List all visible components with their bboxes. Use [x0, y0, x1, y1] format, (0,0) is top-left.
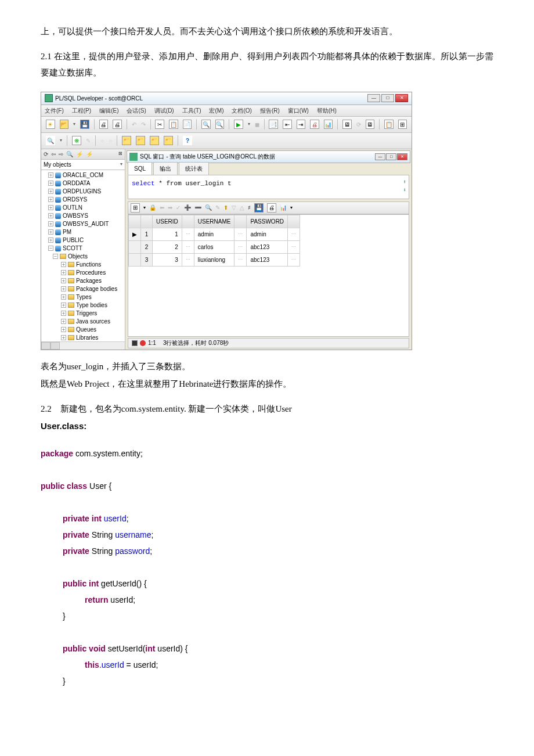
- tb-icon[interactable]: ○: [109, 135, 112, 146]
- tb-icon[interactable]: 🖨: [310, 120, 319, 129]
- tree-folder[interactable]: +Package bodies: [41, 285, 125, 293]
- tb-help-icon[interactable]: ?: [183, 136, 192, 145]
- tb-icon[interactable]: ❋: [72, 136, 81, 145]
- object-filter-dropdown[interactable]: My objects: [41, 160, 125, 170]
- tab-sql[interactable]: SQL: [128, 162, 152, 175]
- nav-icon[interactable]: ⇨: [59, 149, 63, 160]
- tb-undo-icon[interactable]: ↶: [132, 119, 136, 130]
- tree-user[interactable]: +OWBSYS: [41, 212, 125, 220]
- child-maximize-button[interactable]: □: [386, 153, 396, 160]
- add-icon[interactable]: ➕: [184, 202, 191, 213]
- tb-copy-icon[interactable]: 📋: [169, 120, 178, 129]
- tb-find-icon[interactable]: 🔍: [201, 120, 211, 129]
- col-password[interactable]: PASSWORD: [247, 215, 288, 228]
- object-tree[interactable]: +ORACLE_OCM +ORDDATA +ORDPLUGINS +ORDSYS…: [41, 170, 125, 341]
- menu-report[interactable]: 报告(R): [260, 105, 280, 116]
- tb-paste-icon[interactable]: 📄: [183, 120, 192, 129]
- filter-icon[interactable]: ⚡: [76, 149, 83, 160]
- nav-icon[interactable]: ➡: [168, 202, 172, 213]
- tb-icon[interactable]: ○: [100, 135, 104, 146]
- find-icon[interactable]: 🔍: [66, 149, 73, 160]
- chart-icon[interactable]: 📊: [280, 202, 287, 213]
- print-icon[interactable]: 🖨: [267, 203, 276, 213]
- tree-user[interactable]: +PM: [41, 228, 125, 236]
- tree-user[interactable]: +ORACLE_OCM: [41, 171, 125, 179]
- tb-replace-icon[interactable]: 🔍: [215, 120, 225, 129]
- menu-debug[interactable]: 调试(D): [154, 105, 174, 116]
- table-row[interactable]: 3 3⋯ liuxianlong⋯ abc123⋯: [129, 253, 300, 266]
- col-userid[interactable]: USERID: [153, 215, 182, 228]
- menu-window[interactable]: 窗口(W): [288, 105, 309, 116]
- tb-folder-icon[interactable]: 📁: [150, 136, 159, 145]
- tb-icon[interactable]: 🖥: [366, 120, 375, 129]
- tree-folder[interactable]: +Types: [41, 293, 125, 301]
- export-icon[interactable]: ⬆: [223, 202, 228, 213]
- tree-user[interactable]: +OWBSYS_AUDIT: [41, 220, 125, 228]
- nav-icon[interactable]: ⬅: [160, 202, 164, 213]
- tree-folder[interactable]: +Packages: [41, 277, 125, 285]
- tb-print2-icon[interactable]: 🖨: [113, 120, 122, 129]
- tb-cut-icon[interactable]: ✂: [155, 120, 164, 129]
- tree-user[interactable]: +ORDSYS: [41, 196, 125, 204]
- result-grid[interactable]: USERID USERNAME PASSWORD ▶1 1⋯ admin⋯ ad…: [128, 214, 409, 337]
- tb-icon[interactable]: ⇤: [283, 120, 292, 129]
- tb-new-icon[interactable]: ☀: [46, 120, 55, 129]
- menu-document[interactable]: 文档(O): [232, 105, 251, 116]
- tree-folder[interactable]: +Type bodies: [41, 301, 125, 309]
- refresh-icon[interactable]: ⟳: [44, 149, 48, 160]
- child-minimize-button[interactable]: —: [375, 153, 385, 160]
- filter-icon[interactable]: ⚡: [86, 149, 93, 160]
- grid-icon[interactable]: ⊞: [131, 203, 140, 213]
- tb-zoom-icon[interactable]: 🔍: [46, 136, 55, 145]
- save-icon[interactable]: 💾: [254, 203, 264, 213]
- dropdown-arrow-icon[interactable]: ▾: [248, 120, 250, 128]
- tb-icon[interactable]: 📊: [324, 120, 333, 129]
- tb-folder-icon[interactable]: 📁: [164, 136, 173, 145]
- maximize-button[interactable]: □: [381, 94, 394, 102]
- tb-open-icon[interactable]: 📂: [60, 120, 69, 129]
- tree-objects[interactable]: −Objects: [41, 253, 125, 261]
- del-icon[interactable]: ➖: [194, 202, 201, 213]
- edit-icon[interactable]: ✎: [215, 202, 220, 213]
- tree-user[interactable]: +PUBLIC: [41, 236, 125, 244]
- tree-folder[interactable]: +Procedures: [41, 269, 125, 277]
- table-row[interactable]: 2 2⋯ carlos⋯ abc123⋯: [129, 240, 300, 253]
- menu-macro[interactable]: 宏(M): [209, 105, 223, 116]
- col-username[interactable]: USERNAME: [194, 215, 234, 228]
- tb-exec-icon[interactable]: ▶: [234, 120, 243, 129]
- tb-folder-icon[interactable]: 📁: [136, 136, 145, 145]
- scrollbar-horizontal[interactable]: [41, 341, 125, 350]
- tb-icon[interactable]: ✎: [86, 135, 91, 146]
- tree-folder[interactable]: +Functions: [41, 261, 125, 269]
- nav-icon[interactable]: △: [240, 202, 244, 213]
- menu-project[interactable]: 工程(P): [72, 105, 91, 116]
- tb-icon[interactable]: 🖥: [342, 120, 352, 129]
- tb-icon[interactable]: ⊞: [398, 120, 407, 129]
- tree-folder[interactable]: +Libraries: [41, 334, 125, 341]
- tree-user-scott[interactable]: −SCOTT: [41, 244, 125, 253]
- tb-redo-icon[interactable]: ↷: [141, 119, 146, 130]
- close-button[interactable]: ✕: [395, 94, 408, 102]
- menu-file[interactable]: 文件(F): [45, 105, 64, 116]
- menu-help[interactable]: 帮助(H): [317, 105, 337, 116]
- nav-icon[interactable]: ⇦: [51, 149, 56, 160]
- tree-user[interactable]: +ORDPLUGINS: [41, 188, 125, 196]
- tree-folder[interactable]: +Triggers: [41, 309, 125, 318]
- scroll-down-icon[interactable]: ⬇: [403, 186, 406, 196]
- menu-session[interactable]: 会话(S): [127, 105, 146, 116]
- tree-folder[interactable]: +Queues: [41, 326, 125, 334]
- find-icon[interactable]: 🔍: [205, 202, 212, 213]
- tb-print-icon[interactable]: 🖨: [99, 120, 109, 129]
- tb-save-icon[interactable]: 💾: [80, 120, 89, 129]
- sql-editor[interactable]: select * from user_login t ⬆ ⬇: [128, 175, 409, 199]
- dropdown-arrow-icon[interactable]: ▾: [60, 136, 62, 145]
- commit-icon[interactable]: ✓: [176, 202, 181, 213]
- tb-stop-icon[interactable]: ◼: [255, 119, 259, 130]
- tb-icon[interactable]: ⇥: [297, 120, 306, 129]
- tb-icon[interactable]: 📋: [384, 120, 394, 129]
- tb-icon[interactable]: ⟳: [356, 119, 361, 130]
- lock-icon[interactable]: 🔒: [149, 202, 156, 213]
- table-row[interactable]: ▶1 1⋯ admin⋯ admin⋯: [129, 228, 300, 240]
- menu-edit[interactable]: 编辑(E): [99, 105, 118, 116]
- tree-user[interactable]: +ORDDATA: [41, 179, 125, 188]
